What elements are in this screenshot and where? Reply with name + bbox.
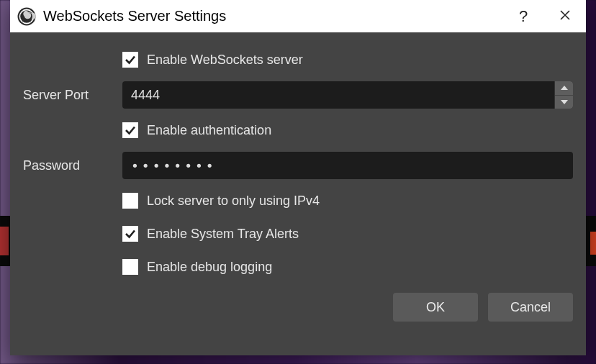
cancel-button[interactable]: Cancel	[488, 293, 573, 322]
enable-auth-label: Enable authentication	[147, 123, 271, 138]
server-port-field[interactable]	[122, 81, 573, 109]
close-button[interactable]	[544, 0, 586, 32]
help-button[interactable]: ?	[502, 0, 544, 32]
dialog-title: WebSockets Server Settings	[43, 8, 502, 24]
dialog-window: WebSockets Server Settings ? Enable WebS…	[10, 0, 586, 355]
password-label: Password	[23, 158, 122, 173]
titlebar: WebSockets Server Settings ?	[10, 0, 586, 32]
close-icon	[559, 8, 571, 24]
obs-icon	[17, 7, 36, 26]
password-value: ••••••••	[131, 158, 217, 173]
backdrop-accent-left	[0, 227, 9, 255]
server-port-step-down[interactable]	[555, 96, 573, 109]
tray-alerts-label: Enable System Tray Alerts	[147, 227, 299, 242]
enable-auth-checkbox[interactable]	[122, 122, 138, 138]
help-icon: ?	[519, 7, 528, 26]
dialog-button-row: OK Cancel	[23, 293, 573, 322]
ok-button-label: OK	[426, 300, 445, 315]
lock-ipv4-checkbox[interactable]	[122, 193, 138, 209]
dialog-content: Enable WebSockets server Server Port	[10, 32, 586, 355]
server-port-step-up[interactable]	[555, 81, 573, 96]
ok-button[interactable]: OK	[393, 293, 478, 322]
lock-ipv4-label: Lock server to only using IPv4	[147, 194, 320, 209]
enable-websockets-checkbox[interactable]	[122, 52, 138, 68]
cancel-button-label: Cancel	[510, 300, 551, 315]
enable-websockets-label: Enable WebSockets server	[147, 53, 303, 68]
server-port-input[interactable]	[122, 81, 554, 109]
password-field[interactable]: ••••••••	[122, 152, 573, 179]
debug-log-checkbox[interactable]	[122, 259, 138, 275]
server-port-stepper	[554, 81, 573, 109]
debug-log-label: Enable debug logging	[147, 260, 272, 275]
server-port-label: Server Port	[23, 88, 122, 103]
backdrop-accent-right	[590, 232, 596, 255]
tray-alerts-checkbox[interactable]	[122, 226, 138, 242]
